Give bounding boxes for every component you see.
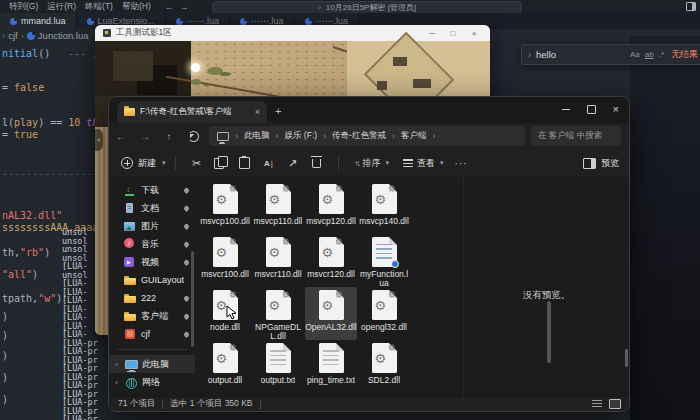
close-icon[interactable]: × — [613, 104, 619, 114]
chevron-right-icon: › — [276, 131, 279, 141]
thumbnail-view-icon[interactable] — [609, 399, 621, 409]
explorer-sidebar: 下载 文档 图片 — [109, 177, 195, 397]
file-tile[interactable]: SDL2.dll — [358, 340, 410, 393]
file-tile[interactable]: opengl32.dll — [358, 287, 410, 340]
file-name: output.txt — [261, 376, 296, 385]
file-tile[interactable]: ping_time.txt — [305, 340, 357, 393]
file-tile[interactable]: msvcp100.dll — [199, 181, 251, 234]
share-button[interactable]: ↗ — [281, 157, 305, 170]
sidebar-item[interactable]: 音乐 — [109, 235, 195, 253]
gear-icon — [322, 193, 334, 206]
cut-button[interactable]: ✂ — [185, 157, 209, 170]
breadcrumb-item[interactable]: 客户端 › — [401, 130, 436, 142]
gear-icon — [229, 238, 236, 246]
find-input[interactable]: hello — [536, 49, 556, 60]
explorer-statusbar: 71 个项目 选中 1 个项目 350 KB — [109, 396, 629, 411]
sort-icon: ↑↓ — [355, 159, 359, 168]
sidebar-item[interactable]: 客户端 — [109, 307, 195, 325]
file-tile[interactable]: msvcp110.dll — [252, 181, 304, 234]
pin-icon — [183, 258, 190, 265]
breadcrumb-item[interactable]: 此电脑 › — [244, 130, 279, 142]
regex-icon[interactable]: .* — [659, 50, 664, 59]
chevron-expand-icon[interactable]: › — [528, 50, 531, 60]
gear-icon — [216, 352, 228, 365]
sidebar-scrollbar[interactable] — [191, 251, 194, 347]
item-count: 71 个项目 — [118, 398, 155, 410]
maximize-icon[interactable] — [587, 105, 596, 114]
breadcrumb-item[interactable]: 娱乐 (F:) › — [285, 130, 327, 142]
file-tile[interactable]: output.dll — [199, 340, 251, 393]
preview-scrollbar[interactable] — [625, 349, 628, 367]
file-tile[interactable]: msvcr110.dll — [252, 234, 304, 287]
breadcrumb-item[interactable]: 传奇-红色警戒 › — [332, 130, 395, 142]
file-icon — [319, 237, 344, 267]
sidebar-item[interactable]: 文档 — [109, 199, 195, 217]
preview-toggle-button[interactable]: 预览 — [583, 157, 619, 170]
sort-button[interactable]: ↑↓ 排序 ▾ — [355, 157, 390, 170]
close-tab-icon[interactable]: × — [255, 107, 260, 117]
file-name: msvcr120.dll — [307, 270, 355, 279]
chevron-down-icon: ▾ — [162, 159, 166, 167]
delete-button[interactable] — [305, 157, 329, 169]
explorer-search-input[interactable]: 在 客户端 中搜索 — [531, 126, 621, 146]
copy-button[interactable] — [209, 157, 233, 170]
sidebar-item[interactable]: cjf — [109, 325, 195, 343]
chevron-expand-icon[interactable]: › — [113, 360, 120, 369]
file-tile[interactable]: msvcr100.dll — [199, 234, 251, 287]
gear-icon — [375, 299, 387, 312]
game-titlebar[interactable]: 工具测试影1区 ─ □ × — [95, 25, 490, 41]
gear-icon — [229, 291, 236, 299]
trash-icon — [312, 159, 321, 168]
whole-word-icon[interactable]: ab — [645, 50, 654, 59]
paste-button[interactable] — [233, 156, 257, 170]
minimize-icon[interactable]: ─ — [424, 29, 440, 38]
grid-scrollbar[interactable] — [547, 301, 551, 363]
file-tile[interactable]: output.txt — [252, 340, 304, 393]
gear-icon — [388, 344, 395, 352]
lua-badge-icon — [391, 260, 399, 268]
preview-pane: 没有预览。 — [463, 177, 629, 397]
back-icon[interactable]: ← — [109, 131, 133, 142]
new-button[interactable]: 新建 ▾ — [121, 157, 166, 170]
sidebar-item[interactable]: 图片 — [109, 217, 195, 235]
file-tile[interactable]: NPGameDLL.dll — [252, 287, 304, 340]
match-case-icon[interactable]: Aa — [630, 50, 640, 59]
chevron-right-icon: › — [392, 131, 395, 141]
file-grid: msvcp100.dll msvcp110.dll — [195, 177, 463, 397]
file-tile[interactable]: msvcp140.dll — [358, 181, 410, 234]
sidebar-item[interactable]: 222 — [109, 289, 195, 307]
rename-button[interactable]: A — [257, 159, 281, 168]
file-tile[interactable]: msvcp120.dll — [305, 181, 357, 234]
file-tile[interactable]: node.dll — [199, 287, 251, 340]
sidebar-tree-item[interactable]: › 此电脑 — [109, 355, 195, 373]
forward-icon[interactable]: → — [133, 131, 157, 142]
sidebar-item[interactable]: GUILayout — [109, 271, 195, 289]
sidebar-item-icon — [124, 203, 136, 214]
scroll-left-icon[interactable]: ‹ — [95, 129, 103, 151]
sidebar-item[interactable]: 下载 — [109, 181, 195, 199]
chevron-down-icon: ▾ — [440, 159, 444, 167]
sidebar-item[interactable]: 视频 — [109, 253, 195, 271]
view-icon — [403, 159, 413, 168]
gear-icon — [322, 246, 334, 259]
close-icon[interactable]: × — [466, 29, 482, 38]
chevron-expand-icon[interactable]: › — [113, 378, 120, 387]
details-view-icon[interactable] — [592, 400, 602, 408]
find-widget[interactable]: › hello Aa ab .* 无结果 — [521, 44, 700, 65]
sidebar-tree-item[interactable]: › 网络 — [109, 373, 195, 391]
minimize-icon[interactable] — [562, 109, 570, 110]
chevron-right-icon: › — [323, 131, 326, 141]
file-tile[interactable]: OpenAL32.dll — [305, 287, 357, 340]
file-name: node.dll — [210, 323, 240, 332]
view-button[interactable]: 查看 ▾ — [403, 157, 444, 170]
file-tile[interactable]: msvcr120.dll — [305, 234, 357, 287]
more-button[interactable]: ··· — [455, 158, 468, 169]
file-tile[interactable]: myFunction.lua — [358, 234, 410, 287]
up-icon[interactable]: ↑ — [157, 131, 181, 142]
new-tab-icon[interactable]: + — [275, 105, 281, 117]
find-result-text: 无结果 — [671, 48, 698, 61]
explorer-tab[interactable]: F:\传奇-红色警戒\客户端 × — [117, 101, 267, 123]
refresh-icon[interactable] — [188, 131, 199, 142]
address-pill[interactable]: › 此电脑 › 娱乐 (F:) › 传奇-红色警戒 › — [209, 126, 525, 146]
maximize-icon[interactable]: □ — [445, 29, 461, 38]
